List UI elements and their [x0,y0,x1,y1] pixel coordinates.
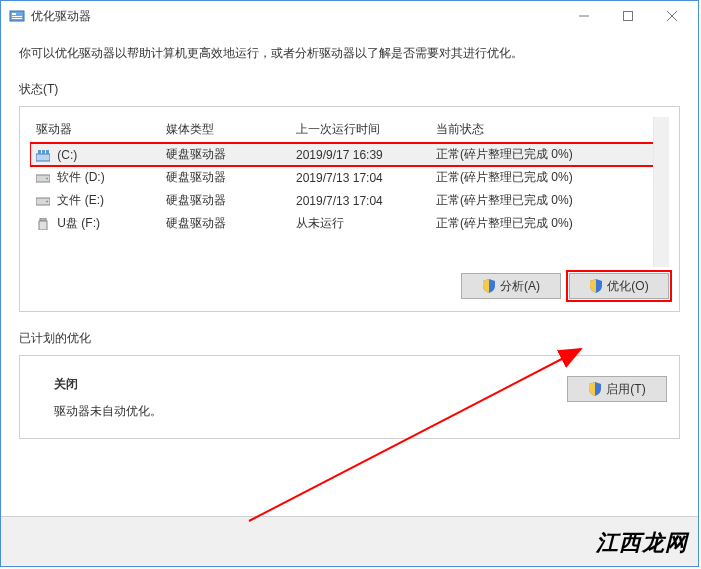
drive-buttons: 分析(A) 优化(O) [30,267,669,299]
drive-media: 硬盘驱动器 [160,143,290,167]
drive-lastrun: 从未运行 [290,212,430,235]
drive-name: (C:) [57,148,77,162]
svg-rect-3 [12,18,22,19]
uac-shield-icon [482,279,496,293]
table-row[interactable]: 软件 (D:) 硬盘驱动器 2019/7/13 17:04 正常(碎片整理已完成… [30,166,669,189]
app-icon [9,8,25,24]
svg-rect-2 [12,16,22,17]
minimize-button[interactable] [562,1,606,31]
svg-rect-1 [12,13,16,15]
content-area: 你可以优化驱动器以帮助计算机更高效地运行，或者分析驱动器以了解是否需要对其进行优… [1,31,698,439]
drive-name: U盘 (F:) [57,216,100,230]
table-row[interactable]: 文件 (E:) 硬盘驱动器 2019/7/13 17:04 正常(碎片整理已完成… [30,189,669,212]
drive-status: 正常(碎片整理已完成 0%) [430,212,669,235]
drive-status: 正常(碎片整理已完成 0%) [430,189,669,212]
drive-media: 硬盘驱动器 [160,212,290,235]
hdd-icon [36,172,50,184]
drive-name: 文件 (E:) [57,193,104,207]
col-drive[interactable]: 驱动器 [30,117,160,143]
maximize-button[interactable] [606,1,650,31]
table-row[interactable]: U盘 (F:) 硬盘驱动器 从未运行 正常(碎片整理已完成 0%) [30,212,669,235]
analyze-button[interactable]: 分析(A) [461,273,561,299]
drive-media: 硬盘驱动器 [160,189,290,212]
button-label: 优化(O) [607,278,648,295]
table-row[interactable]: (C:) 硬盘驱动器 2019/9/17 16:39 正常(碎片整理已完成 0%… [30,143,669,167]
status-section-label: 状态(T) [19,81,680,98]
button-label: 分析(A) [500,278,540,295]
svg-rect-17 [39,221,47,230]
table-scrollbar[interactable] [653,117,669,267]
drive-status: 正常(碎片整理已完成 0%) [430,143,669,167]
svg-rect-11 [46,150,49,154]
scheduled-title: 关闭 [54,376,567,393]
scheduled-sub: 驱动器未自动优化。 [54,403,567,420]
enable-button[interactable]: 启用(T) [567,376,667,402]
drive-table: 驱动器 媒体类型 上一次运行时间 当前状态 (C:) [30,117,669,235]
window-frame: 优化驱动器 你可以优化驱动器以帮助计算机更高效地运行，或者分析驱动器以了解是否需… [0,0,699,567]
optimize-button[interactable]: 优化(O) [569,273,669,299]
svg-rect-10 [42,150,45,154]
drive-lastrun: 2019/9/17 16:39 [290,143,430,167]
titlebar: 优化驱动器 [1,1,698,31]
svg-rect-9 [38,150,41,154]
uac-shield-icon [588,382,602,396]
usb-drive-icon [36,218,50,230]
footer-bar [1,516,698,566]
svg-point-15 [46,201,48,203]
col-media[interactable]: 媒体类型 [160,117,290,143]
scheduled-section: 已计划的优化 关闭 驱动器未自动优化。 启用(T) [19,330,680,439]
scheduled-panel: 关闭 驱动器未自动优化。 启用(T) [19,355,680,439]
system-drive-icon [36,150,50,162]
svg-rect-8 [36,154,50,161]
drive-table-wrap: 驱动器 媒体类型 上一次运行时间 当前状态 (C:) [30,117,669,267]
scheduled-label: 已计划的优化 [19,330,680,347]
window-controls [562,1,694,31]
drive-lastrun: 2019/7/13 17:04 [290,189,430,212]
svg-point-13 [46,178,48,180]
hdd-icon [36,195,50,207]
col-status[interactable]: 当前状态 [430,117,669,143]
svg-rect-5 [624,12,633,21]
uac-shield-icon [589,279,603,293]
drive-name: 软件 (D:) [57,170,104,184]
drive-status: 正常(碎片整理已完成 0%) [430,166,669,189]
drive-lastrun: 2019/7/13 17:04 [290,166,430,189]
col-lastrun[interactable]: 上一次运行时间 [290,117,430,143]
intro-text: 你可以优化驱动器以帮助计算机更高效地运行，或者分析驱动器以了解是否需要对其进行优… [19,43,680,63]
button-label: 启用(T) [606,381,645,398]
drive-media: 硬盘驱动器 [160,166,290,189]
window-title: 优化驱动器 [31,8,562,25]
drive-panel: 驱动器 媒体类型 上一次运行时间 当前状态 (C:) [19,106,680,312]
close-button[interactable] [650,1,694,31]
